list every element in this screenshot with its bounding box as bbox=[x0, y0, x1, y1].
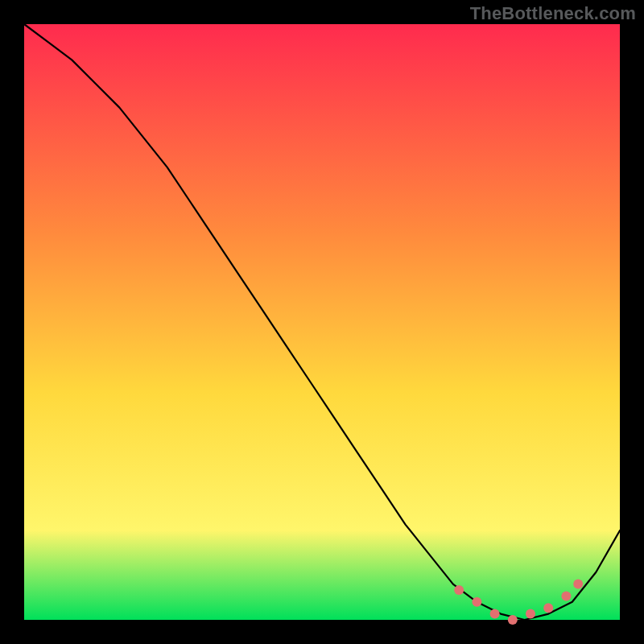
sweet-spot-dot bbox=[543, 603, 553, 613]
bottleneck-chart bbox=[0, 0, 644, 644]
sweet-spot-dot bbox=[508, 615, 518, 625]
sweet-spot-dot bbox=[490, 609, 500, 619]
sweet-spot-dot bbox=[561, 591, 571, 601]
sweet-spot-dot bbox=[454, 585, 464, 595]
chart-frame: { "watermark": "TheBottleneck.com", "col… bbox=[0, 0, 644, 644]
watermark-label: TheBottleneck.com bbox=[470, 3, 636, 24]
plot-background bbox=[24, 24, 620, 620]
sweet-spot-dot bbox=[526, 609, 535, 619]
sweet-spot-dot bbox=[573, 580, 583, 589]
sweet-spot-dot bbox=[472, 597, 481, 607]
